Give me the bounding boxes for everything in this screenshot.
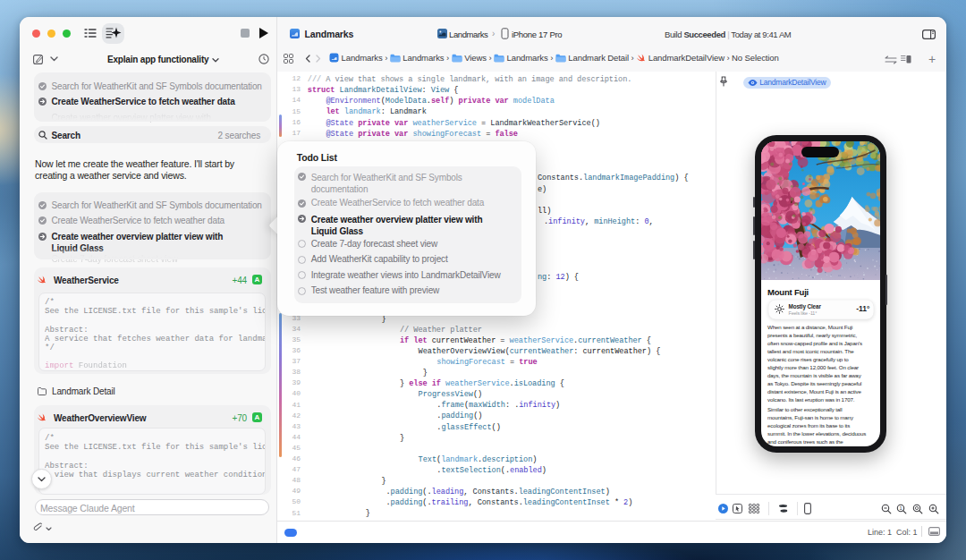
svg-text:1: 1 (899, 505, 902, 511)
